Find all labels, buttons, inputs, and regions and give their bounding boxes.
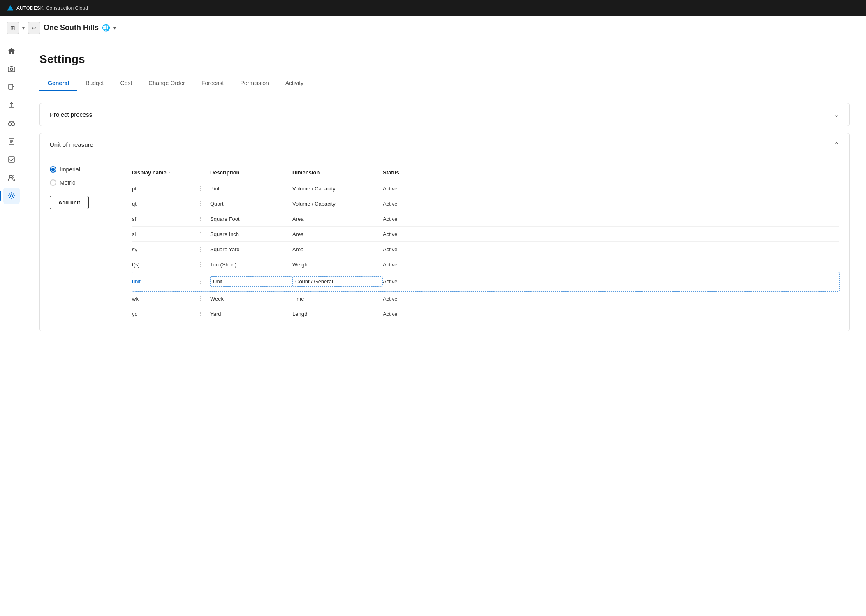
top-bar: AUTODESK Construction Cloud: [0, 0, 866, 16]
col-header-status: Status: [383, 169, 449, 176]
autodesk-logo-icon: [7, 5, 14, 12]
tab-budget[interactable]: Budget: [77, 76, 112, 91]
imperial-radio-button[interactable]: [50, 166, 56, 173]
cell-description: Ton (Short): [210, 262, 292, 268]
cell-display-name: qt: [132, 201, 198, 207]
cell-display-name: si: [132, 231, 198, 237]
sidebar-item-camera[interactable]: [3, 61, 20, 77]
camera-icon: [7, 65, 16, 73]
project-dropdown-icon[interactable]: ▾: [113, 25, 116, 31]
svg-rect-3: [10, 66, 13, 67]
autodesk-brand-text: AUTODESK: [16, 5, 44, 11]
tab-cost[interactable]: Cost: [112, 76, 141, 91]
drag-handle-icon[interactable]: ⋮: [198, 231, 210, 237]
cell-description: Week: [210, 296, 292, 302]
drag-handle-icon[interactable]: ⋮: [198, 310, 210, 317]
back-button[interactable]: ↩: [28, 22, 40, 34]
drag-handle-icon[interactable]: ⋮: [198, 261, 210, 268]
cell-status: Active: [383, 231, 449, 237]
sidebar-item-checklist[interactable]: [3, 151, 20, 168]
cell-description: Pint: [210, 185, 292, 192]
cell-description: Yard: [210, 311, 292, 317]
sidebar-item-home[interactable]: [3, 43, 20, 59]
sidebar-item-review[interactable]: [3, 115, 20, 132]
sidebar-item-import[interactable]: [3, 79, 20, 95]
cell-status: Active: [383, 246, 449, 252]
cell-description: Square Inch: [210, 231, 292, 237]
imperial-radio-option[interactable]: Imperial: [50, 166, 116, 173]
project-process-accordion: Project process ⌄: [39, 103, 850, 126]
app-switcher-icon[interactable]: ⊞: [7, 22, 19, 34]
cell-display-name: yd: [132, 311, 198, 317]
col-header-display-name: Display name ↑: [132, 169, 198, 176]
cell-description: Quart: [210, 201, 292, 207]
checklist-icon: [7, 155, 16, 164]
drag-handle-icon[interactable]: ⋮: [198, 246, 210, 252]
cell-status: Active: [383, 201, 449, 207]
cell-dimension: Time: [292, 296, 383, 302]
sort-asc-icon[interactable]: ↑: [168, 170, 171, 175]
cell-display-name: wk: [132, 296, 198, 302]
tab-forecast[interactable]: Forecast: [193, 76, 232, 91]
project-process-title: Project process: [50, 111, 92, 118]
tabs-container: General Budget Cost Change Order Forecas…: [39, 76, 850, 91]
cell-status: Active: [383, 262, 449, 268]
cell-display-name: unit: [132, 278, 198, 285]
cell-dimension: Count / General: [292, 276, 383, 287]
table-row: yd ⋮ Yard Length Active: [132, 306, 839, 321]
cell-display-name: t(s): [132, 262, 198, 268]
tab-activity[interactable]: Activity: [277, 76, 312, 91]
table-row: unit ⋮ Unit Count / General Active: [132, 272, 839, 291]
document-icon: [7, 137, 16, 146]
cell-dimension: Weight: [292, 262, 383, 268]
project-process-header[interactable]: Project process ⌄: [40, 103, 849, 126]
svg-rect-4: [9, 84, 13, 89]
svg-point-9: [9, 175, 12, 178]
add-unit-button[interactable]: Add unit: [50, 196, 89, 209]
project-name: One South Hills: [44, 23, 99, 32]
cell-dimension: Area: [292, 246, 383, 252]
table-row: si ⋮ Square Inch Area Active: [132, 227, 839, 242]
drag-handle-icon[interactable]: ⋮: [198, 200, 210, 207]
globe-icon[interactable]: 🌐: [102, 24, 110, 32]
tab-permission[interactable]: Permission: [232, 76, 277, 91]
drag-handle-icon[interactable]: ⋮: [198, 278, 210, 285]
sidebar-item-docs[interactable]: [3, 133, 20, 150]
autodesk-product-text: Construction Cloud: [46, 5, 88, 11]
svg-marker-0: [7, 5, 13, 11]
cell-dimension: Length: [292, 311, 383, 317]
uom-controls: Imperial Metric Add unit: [50, 166, 116, 321]
sidebar-item-upload[interactable]: [3, 97, 20, 113]
main-layout: Settings General Budget Cost Change Orde…: [0, 39, 866, 616]
tab-change-order[interactable]: Change Order: [140, 76, 193, 91]
sidebar-item-settings[interactable]: [3, 188, 20, 204]
cell-dimension: Volume / Capacity: [292, 201, 383, 207]
cell-status: Active: [383, 185, 449, 192]
sidebar-item-people[interactable]: [3, 169, 20, 186]
svg-point-2: [10, 68, 13, 71]
tab-general[interactable]: General: [39, 76, 77, 91]
metric-radio-button[interactable]: [50, 179, 56, 186]
table-row: sf ⋮ Square Foot Area Active: [132, 211, 839, 227]
svg-point-10: [12, 176, 14, 177]
project-bar: ⊞ ▾ ↩ One South Hills 🌐 ▾: [0, 16, 866, 39]
unit-of-measure-chevron-icon: ⌄: [834, 141, 839, 148]
cell-description: Unit: [210, 276, 292, 287]
metric-radio-option[interactable]: Metric: [50, 179, 116, 186]
people-icon: [7, 174, 16, 182]
col-header-dimension: Dimension: [292, 169, 383, 176]
cell-status: Active: [383, 296, 449, 302]
sidebar: [0, 39, 23, 616]
cell-dimension: Area: [292, 216, 383, 222]
drag-handle-icon[interactable]: ⋮: [198, 215, 210, 222]
svg-rect-8: [9, 157, 14, 162]
drag-handle-icon[interactable]: ⋮: [198, 295, 210, 302]
imperial-label: Imperial: [60, 166, 80, 173]
unit-of-measure-header[interactable]: Unit of measure ⌄: [40, 133, 849, 156]
settings-icon: [7, 192, 16, 200]
project-process-chevron-icon: ⌄: [834, 111, 839, 118]
svg-point-6: [12, 123, 15, 126]
drag-handle-icon[interactable]: ⋮: [198, 185, 210, 192]
project-bar-chevron-icon[interactable]: ▾: [22, 25, 25, 31]
cell-display-name: sf: [132, 216, 198, 222]
